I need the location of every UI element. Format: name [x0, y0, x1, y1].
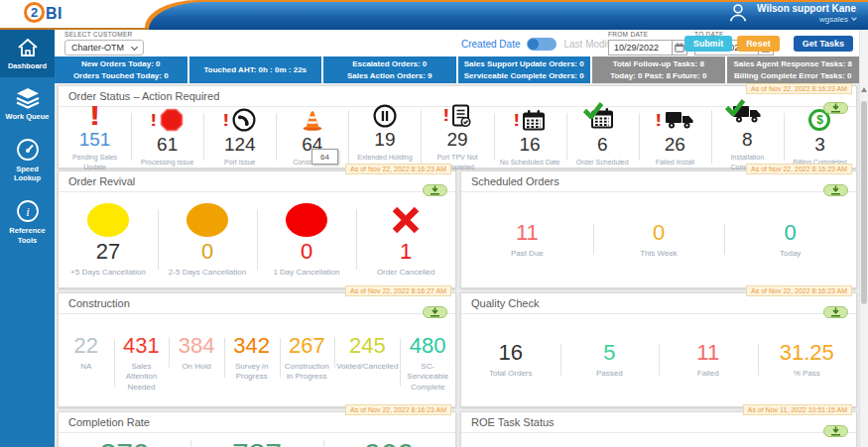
truck-alert-icon	[665, 110, 694, 130]
metric-completion-2[interactable]: 787	[190, 436, 322, 447]
metric-2-5-days-cancellation[interactable]: 0 2-5 Days Cancellation	[158, 200, 257, 279]
scrollbar-up-arrow-icon[interactable]	[861, 87, 867, 92]
metric-sc-serviceable-complete[interactable]: 480 SC-Serviceable Complete	[400, 332, 455, 393]
as-of-timestamp: As of Nov 22, 2022 8:16:23 AM	[345, 404, 451, 415]
metric-completion-3[interactable]: 909	[323, 436, 455, 447]
sidebar-item-label: Reference Tools	[2, 226, 53, 246]
stat-new-orders: New Orders Today: 0Orders Touched Today:…	[55, 56, 187, 83]
brand-logo-mark: 2	[24, 2, 45, 23]
exclamation-icon: !	[89, 102, 101, 130]
metric-label: Order Scheduled	[568, 158, 637, 167]
metric-billing-completed[interactable]: $ 3 Billing Completed	[784, 106, 856, 168]
metric-value: 342	[226, 333, 278, 359]
download-icon	[430, 185, 440, 195]
sidebar-item-work-queue[interactable]: Work Queue	[0, 80, 55, 128]
metric-value: 61	[133, 134, 201, 156]
date-mode-toggle[interactable]	[527, 38, 557, 51]
metric-processing-issue[interactable]: ! 61 Processing Issue	[131, 106, 203, 168]
red-x-icon	[389, 205, 423, 235]
metric-sales-attention-needed[interactable]: 431 Sales Attention Needed	[114, 332, 170, 393]
metric-failed-install[interactable]: ! 26 Failed Install	[639, 106, 711, 168]
as-of-timestamp: As of Nov 22, 2022 8:16:23 AM	[746, 164, 852, 174]
metric-value: 151	[61, 129, 129, 151]
info-icon: i	[16, 199, 40, 223]
from-date-input[interactable]: 10/29/2022	[608, 40, 687, 56]
app-header: 2 BI Wilson support Kane wgsales	[0, 0, 868, 30]
metric-pending-sales-update[interactable]: ! 151 Pending Sales Update	[59, 101, 131, 171]
scrollbar-thumb[interactable]	[861, 101, 867, 304]
vertical-scrollbar[interactable]	[859, 30, 868, 447]
panel-completion-rate: As of Nov 22, 2022 8:16:23 AM Completion…	[58, 411, 456, 447]
stat-touched-aht: Touched AHT: 0h : 0m : 22s	[189, 56, 322, 83]
metric-value: 22	[61, 333, 112, 359]
metric-no-scheduled-date[interactable]: ! 16 No Scheduled Date	[494, 106, 566, 168]
metric-failed[interactable]: 11 Failed	[659, 339, 758, 380]
sidebar-item-reference-tools[interactable]: i Reference Tools	[0, 192, 55, 252]
download-button[interactable]	[823, 425, 848, 437]
submit-button[interactable]: Submit	[684, 36, 733, 52]
metric-value: 245	[336, 333, 398, 359]
user-role[interactable]: wgsales	[757, 15, 856, 24]
metric-label: NA	[61, 362, 112, 372]
metric-value: 0	[160, 239, 255, 265]
metric-voided-cancelled[interactable]: 245 Voided/Cancelled	[334, 332, 400, 373]
metric-value: 431	[116, 333, 168, 359]
exclamation-icon: !	[655, 112, 662, 129]
get-tasks-button[interactable]: Get Tasks	[794, 36, 853, 52]
home-icon	[16, 37, 40, 58]
as-of-timestamp: As of Nov 22, 2022 8:16:23 AM	[345, 164, 451, 174]
metric-order-scheduled[interactable]: 6 Order Scheduled	[566, 106, 639, 168]
metric-completion-1[interactable]: 379	[59, 436, 190, 447]
metric-label: Failed Install	[641, 158, 709, 167]
download-icon	[830, 103, 841, 113]
metric-plus5-days-cancellation[interactable]: 27 +5 Days Cancellation	[59, 200, 158, 279]
metric-value: 8	[713, 129, 782, 151]
download-button[interactable]	[823, 102, 848, 114]
metric-label: On Hold	[171, 362, 222, 372]
toggle-knob	[528, 39, 539, 50]
metric-label: Construction in Progress	[282, 362, 333, 383]
sidebar-item-dashboard[interactable]: Dashboard	[0, 30, 55, 77]
metric-today[interactable]: 0 Today	[724, 219, 856, 260]
as-of-timestamp: As of Nov 22, 2022 8:16:23 AM	[746, 83, 852, 94]
panel-construction: As of Nov 22, 2022 8:16:27 AM Constructi…	[58, 292, 456, 407]
layers-icon	[15, 87, 41, 109]
sidebar-item-speed-lookup[interactable]: Speed Lookup	[0, 131, 55, 190]
metric-extended-holding-pool[interactable]: 19 Extended Holding Pool	[348, 101, 421, 171]
metric-total-orders[interactable]: 16 Total Orders	[461, 339, 560, 380]
metric-port-issue[interactable]: ! 124 Port Issue	[203, 106, 276, 168]
metric-passed[interactable]: 5 Passed	[560, 339, 660, 380]
metric-on-hold[interactable]: 384 On Hold	[169, 332, 224, 373]
download-button[interactable]	[823, 184, 848, 196]
panel-scheduled-orders: As of Nov 22, 2022 8:16:23 AM Scheduled …	[460, 170, 857, 288]
sidebar-item-label: Work Queue	[2, 112, 53, 122]
metric-construction-in-progress[interactable]: 267 Construction in Progress	[280, 332, 335, 384]
reset-button[interactable]: Reset	[737, 36, 780, 52]
metric-value: 11	[661, 340, 756, 366]
metric-order-cancelled[interactable]: 1 Order Cancelled	[356, 200, 455, 279]
metric-percent-pass[interactable]: 31.25 % Pass	[758, 339, 857, 380]
download-icon	[830, 185, 841, 195]
metric-past-due[interactable]: 11 Past Due	[461, 219, 593, 260]
metric-value: 787	[192, 437, 320, 447]
stat-agent-response: Sales Agent Response Tasks: 8Billing Com…	[727, 56, 860, 83]
metric-1-day-cancellation[interactable]: 0 1 Day Cancellation	[257, 200, 356, 279]
metric-value: 31.25	[760, 340, 855, 366]
metric-label: Pending Sales Update	[61, 153, 129, 170]
metric-label: Port Issue	[205, 158, 274, 167]
metric-installation-completed[interactable]: 8 Installation Completed	[711, 101, 784, 171]
metric-port-tpv-not-completed[interactable]: ! 29 Port TPV Not Completed	[421, 101, 493, 171]
user-menu[interactable]: Wilson support Kane wgsales	[727, 2, 856, 24]
download-button[interactable]	[823, 306, 848, 318]
metric-survey-in-progress[interactable]: 342 Survey in Progress	[224, 332, 280, 384]
metric-value: 16	[496, 134, 564, 156]
metric-na[interactable]: 22 NA	[59, 332, 114, 373]
customer-select[interactable]: Charter-OTM	[64, 40, 144, 56]
from-date-value: 10/29/2022	[609, 41, 672, 55]
phone-circle-icon	[232, 108, 256, 132]
download-button[interactable]	[423, 306, 447, 318]
metric-label: Sales Attention Needed	[116, 362, 168, 392]
yellow-dot-icon	[87, 203, 129, 237]
metric-this-week[interactable]: 0 This Week	[593, 219, 725, 260]
download-button[interactable]	[423, 184, 447, 196]
